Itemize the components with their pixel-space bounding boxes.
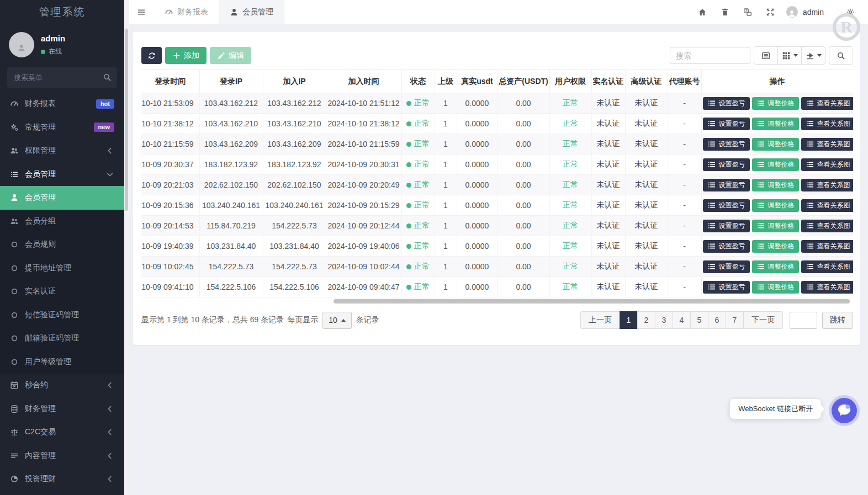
set-pnl-button[interactable]: 设置盈亏 (703, 260, 750, 273)
cell-total-usdt: 0.00 (497, 277, 549, 297)
sidebar-scrollbar[interactable] (124, 0, 129, 495)
list-icon (806, 201, 814, 210)
adjust-price-button[interactable]: 调整价格 (752, 220, 799, 232)
export-button[interactable] (801, 46, 825, 65)
sidebar-item-5[interactable]: 财务管理 (0, 397, 124, 421)
view-relation-button[interactable]: 查看关系图 (801, 240, 854, 253)
sidebar-subitem-6[interactable]: 邮箱验证码管理 (0, 327, 124, 350)
menu-toggle-icon[interactable] (129, 0, 154, 24)
page-button-5[interactable]: 5 (690, 311, 708, 329)
list-icon (806, 283, 814, 291)
adjust-price-button[interactable]: 调整价格 (752, 97, 799, 110)
add-button[interactable]: 添加 (165, 47, 207, 64)
cell-join-ip: 154.222.5.106 (263, 277, 326, 297)
next-page-button[interactable]: 下一页 (743, 311, 783, 329)
page-button-3[interactable]: 3 (655, 311, 673, 329)
sidebar-scrollbar-thumb[interactable] (125, 29, 128, 211)
sidebar-item-4[interactable]: 秒合约 (0, 374, 124, 397)
table-search-input[interactable] (670, 47, 750, 64)
user-menu[interactable]: admin (786, 6, 824, 18)
navbar-user-name: admin (803, 8, 824, 17)
cell-advanced-kyc: 未认证 (625, 257, 668, 277)
adjust-price-button[interactable]: 调整价格 (752, 260, 799, 273)
export-icon (806, 51, 814, 60)
tab-0[interactable]: 财务报表 (154, 0, 219, 24)
sidebar-item-3[interactable]: 会员管理 (0, 163, 124, 187)
expand-button[interactable] (759, 0, 782, 24)
adjust-price-button[interactable]: 调整价格 (752, 158, 799, 171)
set-pnl-button[interactable]: 设置盈亏 (703, 220, 750, 232)
set-pnl-button[interactable]: 设置盈亏 (703, 118, 750, 130)
sidebar-subitem-4[interactable]: 实名认证 (0, 280, 124, 304)
view-relation-button[interactable]: 查看关系图 (801, 260, 854, 273)
cell-advanced-kyc: 未认证 (625, 236, 668, 257)
table-horizontal-scrollbar[interactable] (141, 297, 853, 305)
page-button-6[interactable]: 6 (708, 311, 726, 329)
page-button-4[interactable]: 4 (673, 311, 691, 329)
jump-button[interactable]: 跳转 (822, 312, 853, 329)
view-relation-button[interactable]: 查看关系图 (801, 220, 854, 232)
set-pnl-button[interactable]: 设置盈亏 (703, 138, 750, 151)
sidebar-subitem-1[interactable]: 会员分组 (0, 210, 124, 233)
sidebar-item-6[interactable]: C2C交易 (0, 421, 124, 444)
set-pnl-button[interactable]: 设置盈亏 (703, 199, 750, 212)
sidebar-subitem-5[interactable]: 短信验证码管理 (0, 304, 124, 327)
table-header-row: 登录时间登录IP加入IP加入时间状态上级真实usdt总资产(USDT)用户权限实… (141, 70, 853, 93)
sidebar-subitem-3[interactable]: 提币地址管理 (0, 257, 124, 280)
cell-total-usdt: 0.00 (497, 195, 549, 216)
status-dot (406, 264, 411, 269)
jump-page-input[interactable] (790, 312, 817, 329)
adjust-price-button[interactable]: 调整价格 (752, 138, 799, 151)
prev-page-button[interactable]: 上一页 (580, 311, 620, 329)
refresh-button[interactable] (141, 47, 162, 64)
set-pnl-button[interactable]: 设置盈亏 (703, 179, 750, 191)
sidebar-search-input[interactable] (7, 67, 117, 88)
app-title: 管理系统 (0, 0, 124, 24)
adjust-price-button[interactable]: 调整价格 (752, 199, 799, 212)
set-pnl-button[interactable]: 设置盈亏 (703, 158, 750, 171)
page-button-2[interactable]: 2 (637, 311, 655, 329)
chat-button[interactable] (832, 398, 857, 423)
view-relation-button[interactable]: 查看关系图 (801, 179, 854, 191)
view-relation-button[interactable]: 查看关系图 (801, 199, 854, 212)
status-dot (406, 121, 411, 126)
view-relation-button[interactable]: 查看关系图 (801, 118, 854, 130)
sidebar-subitem-7[interactable]: 用户等级管理 (0, 350, 124, 374)
page-button-7[interactable]: 7 (726, 311, 744, 329)
view-relation-button[interactable]: 查看关系图 (801, 158, 854, 171)
sidebar-item-7[interactable]: 内容管理 (0, 444, 124, 468)
sidebar-item-2[interactable]: 权限管理 (0, 139, 124, 163)
cell-real-usdt: 0.0000 (457, 216, 497, 236)
table-scrollbar-thumb[interactable] (334, 299, 850, 304)
home-button[interactable] (691, 0, 714, 24)
adjust-price-button[interactable]: 调整价格 (752, 179, 799, 191)
view-relation-button[interactable]: 查看关系图 (801, 138, 854, 151)
sidebar-subitem-2[interactable]: 会员规则 (0, 233, 124, 257)
set-pnl-button[interactable]: 设置盈亏 (703, 240, 750, 253)
advanced-search-button[interactable] (829, 46, 853, 65)
tab-1[interactable]: 会员管理 (219, 0, 284, 24)
sidebar-item-8[interactable]: 投资理财 (0, 467, 124, 491)
cell-real-usdt: 0.0000 (457, 195, 497, 216)
detail-view-button[interactable] (754, 46, 778, 65)
websocket-tooltip: WebSocket 链接已断开 (729, 398, 822, 419)
set-pnl-button[interactable]: 设置盈亏 (703, 97, 750, 110)
edit-button[interactable]: 编辑 (210, 47, 251, 64)
set-pnl-button[interactable]: 设置盈亏 (703, 281, 750, 294)
adjust-price-button[interactable]: 调整价格 (752, 281, 799, 294)
translate-button[interactable] (737, 0, 759, 24)
view-relation-button[interactable]: 查看关系图 (801, 281, 854, 294)
adjust-price-button[interactable]: 调整价格 (752, 118, 799, 130)
sidebar-item-1[interactable]: 常规管理 new (0, 116, 124, 140)
adjust-price-button[interactable]: 调整价格 (752, 240, 799, 253)
page-button-1[interactable]: 1 (620, 311, 638, 329)
view-relation-button[interactable]: 查看关系图 (801, 97, 854, 110)
per-page-select[interactable]: 10 (322, 312, 352, 329)
cell-parent: 1 (435, 114, 457, 134)
circle-icon (10, 264, 19, 273)
columns-button[interactable] (777, 46, 802, 65)
trash-button[interactable] (714, 0, 737, 24)
sidebar-item-0[interactable]: 财务报表 hot (0, 92, 124, 116)
settings-button[interactable] (839, 0, 861, 24)
sidebar-subitem-0[interactable]: 会员管理 (0, 186, 124, 210)
